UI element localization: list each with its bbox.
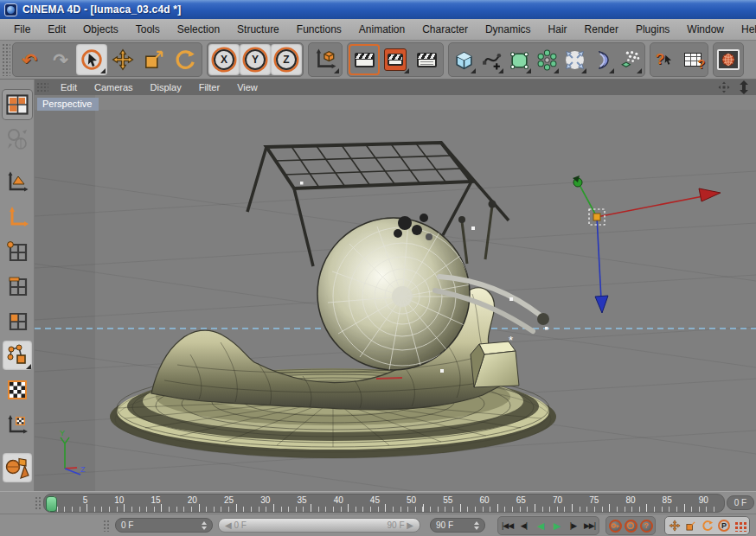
convert-object-button[interactable] <box>3 124 32 154</box>
menu-item[interactable]: File <box>5 21 39 38</box>
array-icon <box>536 49 558 71</box>
viewport-menu-grip[interactable] <box>36 82 48 93</box>
menu-item[interactable]: Window <box>678 21 733 38</box>
content-browser-button[interactable]: ? <box>679 44 707 75</box>
current-frame-marker[interactable] <box>46 496 57 512</box>
render-view-button[interactable] <box>349 44 380 75</box>
object-axis-mode-button[interactable] <box>3 202 32 232</box>
viewport-menu-item[interactable]: Edit <box>52 82 86 93</box>
play-forward-button[interactable]: ▶ <box>548 518 565 533</box>
hypernurbs-icon <box>509 49 530 71</box>
render-picture-viewer-button[interactable] <box>380 44 411 75</box>
rotate-tool-button[interactable] <box>170 44 201 75</box>
viewport-menu-item[interactable]: Filter <box>190 82 228 93</box>
key-rotation-toggle[interactable] <box>699 518 715 533</box>
menu-item[interactable]: Hair <box>540 21 576 38</box>
key-parameter-toggle[interactable]: P <box>715 518 732 533</box>
key-scale-toggle[interactable] <box>682 518 699 533</box>
coord-system-group <box>308 42 343 77</box>
help-button[interactable]: ? <box>651 44 679 75</box>
menu-item[interactable]: Functions <box>288 21 350 38</box>
online-group <box>713 42 744 77</box>
menu-item[interactable]: Objects <box>74 21 127 38</box>
texture-axis-mode-button[interactable] <box>3 410 32 439</box>
transport-grip[interactable] <box>103 520 110 532</box>
object-axis-icon <box>6 206 29 228</box>
end-frame-spinner[interactable] <box>474 521 479 530</box>
polygon-mode-button[interactable] <box>3 306 32 335</box>
menu-item[interactable]: Dynamics <box>477 21 540 38</box>
timeline-tick-label: 50 <box>407 495 416 506</box>
frame-spinner[interactable] <box>202 521 207 530</box>
edge-mode-button[interactable] <box>3 271 32 301</box>
move-icon <box>112 48 134 71</box>
viewport-maximize-icon[interactable] <box>739 80 749 94</box>
menu-item[interactable]: Plugins <box>627 21 678 38</box>
timeline-grip[interactable] <box>35 496 42 510</box>
timeline-tick-label: 80 <box>625 495 635 506</box>
add-spline-button[interactable] <box>477 44 505 75</box>
range-left-arrow-icon: ◀ <box>225 520 232 530</box>
undo-button[interactable]: ↶ <box>14 44 45 75</box>
goto-end-button[interactable]: ▶▶| <box>581 518 598 533</box>
autokey-button[interactable] <box>623 518 638 533</box>
key-pla-toggle[interactable] <box>732 518 748 533</box>
render-settings-button[interactable] <box>411 44 442 75</box>
toolbar-grip[interactable] <box>2 43 10 76</box>
current-frame-field[interactable]: 0 F <box>115 518 213 533</box>
viewport-menu-item[interactable]: Display <box>142 82 190 93</box>
online-updater-button[interactable] <box>714 44 742 75</box>
end-frame-field[interactable]: 90 F <box>430 518 485 533</box>
viewport-menu-item[interactable]: View <box>228 82 266 93</box>
timeline-end-frame-box[interactable]: 0 F <box>727 495 754 510</box>
menu-item[interactable]: Help <box>733 21 756 38</box>
live-selection-button[interactable] <box>76 44 107 75</box>
record-keyframe-button[interactable] <box>607 518 623 533</box>
play-backward-button[interactable]: ◀ <box>532 518 548 533</box>
layout-button[interactable] <box>3 90 32 119</box>
previous-frame-button[interactable]: ◀| <box>516 518 532 533</box>
redo-button[interactable]: ↷ <box>45 44 76 75</box>
lock-y-axis-button[interactable]: Y <box>240 44 271 75</box>
menu-item[interactable]: Animation <box>350 21 413 38</box>
add-hypernurbs-button[interactable] <box>505 44 533 75</box>
next-frame-button[interactable]: |▶ <box>565 518 581 533</box>
frame-range-slider[interactable]: ◀ 0 F 90 F ▶ <box>218 518 420 533</box>
range-right-arrow-icon: ▶ <box>407 520 413 530</box>
goto-start-button[interactable]: |◀◀ <box>499 518 516 533</box>
menu-item[interactable]: Selection <box>169 21 228 38</box>
menu-item[interactable]: Edit <box>39 21 74 38</box>
mode-sidebar <box>0 80 35 491</box>
object-creation-group <box>448 42 645 77</box>
add-particles-button[interactable] <box>616 44 644 75</box>
scale-tool-button[interactable] <box>138 44 170 75</box>
add-light-button[interactable] <box>561 44 588 75</box>
menu-item[interactable]: Tools <box>127 21 169 38</box>
lock-z-axis-button[interactable]: Z <box>271 44 302 75</box>
add-environment-button[interactable] <box>588 44 616 75</box>
animation-mode-button[interactable] <box>3 341 32 370</box>
menu-item[interactable]: Structure <box>228 21 288 38</box>
model-mode-button[interactable] <box>3 168 32 197</box>
texture-mode-button[interactable] <box>3 375 32 405</box>
timeline-ruler[interactable]: 051015202530354045505560657075808590 <box>43 494 725 513</box>
viewport-pan-icon[interactable] <box>718 81 730 93</box>
coordinate-system-button[interactable] <box>310 44 341 75</box>
key-position-icon <box>669 520 681 532</box>
record-options-button[interactable]: ? <box>638 518 654 533</box>
environment-icon <box>592 49 613 71</box>
add-array-button[interactable] <box>533 44 561 75</box>
rotate-icon <box>174 48 196 71</box>
menu-item[interactable]: Character <box>413 21 477 38</box>
key-position-toggle[interactable] <box>666 518 682 533</box>
snap-settings-button[interactable] <box>3 453 32 482</box>
viewport-menu-item[interactable]: Cameras <box>86 82 142 93</box>
move-tool-button[interactable] <box>107 44 138 75</box>
viewport-canvas[interactable]: Perspective <box>35 95 756 491</box>
lock-x-axis-button[interactable]: X <box>208 44 240 75</box>
menu-item[interactable]: Render <box>576 21 627 38</box>
point-mode-button[interactable] <box>3 237 32 266</box>
record-key-icon <box>609 520 622 533</box>
add-cube-button[interactable] <box>450 44 477 75</box>
y-axis-icon: Y <box>245 49 266 70</box>
